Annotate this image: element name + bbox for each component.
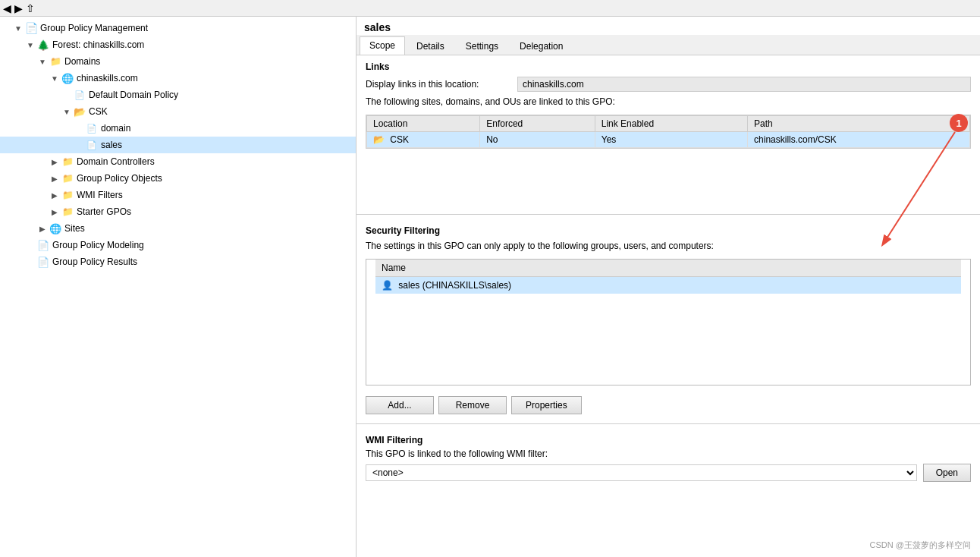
sidebar-item-starter-gpos[interactable]: ▶ 📁 Starter GPOs [0, 203, 356, 220]
security-section: Security Filtering The settings in this … [357, 219, 980, 259]
sidebar-item-chinaskills[interactable]: ▼ 🌐 chinaskills.com [0, 70, 356, 87]
panel-title: sales [357, 17, 980, 35]
divider-1 [357, 214, 980, 215]
panel-content: Links Display links in this location: ch… [357, 55, 980, 557]
wmi-section: WMI Filtering This GPO is linked to the … [357, 429, 980, 488]
links-section: Links Display links in this location: ch… [357, 55, 980, 115]
right-panel: sales Scope Details Settings Delegation … [357, 17, 980, 557]
toggle-forest[interactable]: ▼ [24, 41, 36, 49]
links-title: Links [366, 61, 971, 72]
tab-settings[interactable]: Settings [456, 37, 508, 55]
cell-path: chinaskills.com/CSK [748, 132, 970, 148]
sales-icon: 📄 [85, 139, 99, 151]
sites-icon: 🌐 [49, 222, 62, 234]
sidebar-item-wmi[interactable]: ▶ 📁 WMI Filters [0, 187, 356, 203]
toggle-domain[interactable]: ▶ [73, 124, 85, 133]
domain-icon: 📄 [85, 122, 99, 134]
toggle-domains[interactable]: ▼ [36, 58, 49, 66]
starter-icon: 📁 [61, 206, 74, 218]
properties-button[interactable]: Properties [511, 396, 582, 414]
col-path: Path [748, 116, 970, 132]
links-table-wrapper: Location Enforced Link Enabled Path 📂 CS… [357, 115, 980, 149]
sidebar-label-results: Group Policy Results [52, 254, 137, 269]
sidebar-label-gpo: Group Policy Objects [77, 171, 162, 186]
main-container: ▼ 📄 Group Policy Management ▼ 🌲 Forest: … [0, 17, 980, 557]
toggle-csk[interactable]: ▼ [61, 108, 73, 116]
sidebar-label-default-domain: Default Domain Policy [89, 87, 178, 102]
table-row[interactable]: 📂 CSK No Yes chinaskills.com/CSK [367, 132, 970, 148]
security-cell-name: 👤 sales (CHINASKILLS\sales) [375, 277, 961, 294]
sidebar-label-csk: CSK [89, 104, 108, 119]
toggle-results[interactable]: ▶ [24, 258, 36, 266]
cell-enforced: No [480, 132, 595, 148]
gpm-icon: 📄 [24, 22, 38, 34]
security-btn-row: Add... Remove Properties [357, 392, 980, 419]
cell-link-enabled: Yes [595, 132, 747, 148]
sidebar-label-starter: Starter GPOs [77, 204, 131, 219]
divider-2 [357, 423, 980, 424]
toggle-default-domain[interactable]: ▶ [61, 91, 73, 99]
sidebar-label-chinaskills: chinaskills.com [77, 71, 138, 86]
links-table-border: Location Enforced Link Enabled Path 📂 CS… [366, 115, 971, 149]
dc-icon: 📁 [61, 156, 74, 168]
add-button[interactable]: Add... [366, 396, 434, 414]
sidebar-item-default-domain[interactable]: ▶ 📄 Default Domain Policy [0, 87, 356, 103]
toggle-dc[interactable]: ▶ [49, 158, 61, 166]
toolbar-back[interactable]: ◀ [3, 2, 11, 14]
sidebar-item-gpm[interactable]: ▼ 📄 Group Policy Management [0, 20, 356, 36]
sidebar-label-modeling: Group Policy Modeling [52, 238, 144, 253]
sidebar-item-domain[interactable]: ▶ 📄 domain [0, 120, 356, 137]
sidebar-item-sales[interactable]: ▶ 📄 sales [0, 137, 356, 153]
sidebar-item-sites[interactable]: ▶ 🌐 Sites [0, 220, 356, 237]
toolbar-up[interactable]: ⇧ [26, 2, 35, 14]
toolbar: ◀ ▶ ⇧ [0, 0, 980, 17]
tab-scope[interactable]: Scope [360, 36, 405, 55]
wmi-icon: 📁 [61, 189, 74, 201]
sidebar-item-csk[interactable]: ▼ 📂 CSK [0, 103, 356, 120]
wmi-select[interactable]: <none> [366, 464, 917, 481]
col-enforced: Enforced [480, 116, 595, 132]
location-icon: 📂 [373, 134, 385, 145]
toggle-wmi[interactable]: ▶ [49, 191, 61, 200]
security-col-name: Name [375, 260, 961, 277]
sidebar-item-forest[interactable]: ▼ 🌲 Forest: chinaskills.com [0, 36, 356, 53]
toggle-sites[interactable]: ▶ [36, 225, 49, 233]
toggle-modeling[interactable]: ▶ [24, 241, 36, 250]
links-table: Location Enforced Link Enabled Path 📂 CS… [366, 115, 970, 148]
wmi-title: WMI Filtering [366, 435, 971, 445]
sidebar-item-gpo[interactable]: ▶ 📁 Group Policy Objects [0, 170, 356, 187]
sidebar-label-gpm: Group Policy Management [40, 20, 148, 36]
security-table: Name 👤 sales (CHINASKILLS\sales) [375, 260, 961, 294]
wmi-open-button[interactable]: Open [923, 464, 971, 482]
sidebar-label-domain: domain [101, 121, 130, 136]
toolbar-forward[interactable]: ▶ [14, 2, 23, 14]
sidebar-label-sales: sales [101, 137, 122, 153]
links-desc: The following sites, domains, and OUs ar… [366, 96, 971, 107]
chinaskills-icon: 🌐 [61, 72, 74, 84]
domains-icon: 📁 [49, 55, 62, 68]
toggle-gpo[interactable]: ▶ [49, 175, 61, 183]
sidebar-item-domains[interactable]: ▼ 📁 Domains [0, 53, 356, 70]
toggle-gpm[interactable]: ▼ [12, 24, 24, 33]
remove-button[interactable]: Remove [438, 396, 507, 414]
toggle-sales[interactable]: ▶ [73, 141, 85, 149]
tabs-bar: Scope Details Settings Delegation [357, 35, 980, 55]
watermark: CSDN @王菠萝的多样空间 [870, 540, 971, 551]
tab-delegation[interactable]: Delegation [510, 37, 573, 55]
security-table-row[interactable]: 👤 sales (CHINASKILLS\sales) [375, 277, 961, 294]
tab-details[interactable]: Details [407, 37, 454, 55]
toggle-chinaskills[interactable]: ▼ [49, 74, 61, 83]
sidebar-item-gp-modeling[interactable]: ▶ 📄 Group Policy Modeling [0, 237, 356, 253]
display-links-row: Display links in this location: chinaski… [366, 77, 971, 92]
sidebar-item-gp-results[interactable]: ▶ 📄 Group Policy Results [0, 253, 356, 270]
toggle-starter[interactable]: ▶ [49, 208, 61, 216]
sidebar: ▼ 📄 Group Policy Management ▼ 🌲 Forest: … [0, 17, 357, 557]
sidebar-item-domain-controllers[interactable]: ▶ 📁 Domain Controllers [0, 153, 356, 170]
modeling-icon: 📄 [36, 239, 50, 251]
gpo-folder-icon: 📁 [61, 172, 74, 184]
links-empty-space [357, 149, 980, 209]
sidebar-label-domains: Domains [64, 54, 100, 69]
forest-icon: 🌲 [36, 39, 50, 51]
col-location: Location [367, 116, 480, 132]
sidebar-label-dc: Domain Controllers [77, 154, 155, 169]
